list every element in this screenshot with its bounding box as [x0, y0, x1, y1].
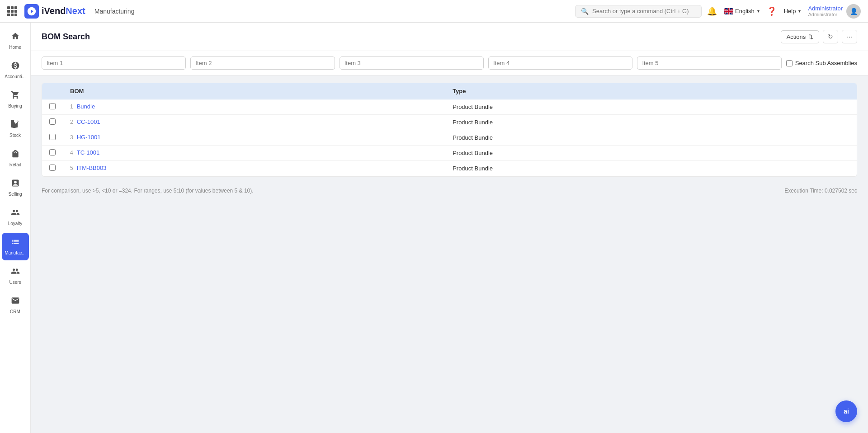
row-number: 4 — [70, 150, 73, 156]
type-value: Product Bundle — [445, 130, 857, 146]
sidebar-item-selling[interactable]: Selling — [2, 174, 29, 202]
users-icon — [11, 267, 20, 278]
sidebar-item-retail[interactable]: Retail — [2, 145, 29, 172]
more-icon: ··· — [847, 33, 852, 40]
row-number: 3 — [70, 134, 73, 141]
logo[interactable]: iVendNext — [24, 4, 85, 19]
selling-icon — [11, 179, 20, 190]
grid-menu-icon[interactable] — [7, 6, 17, 16]
type-value: Product Bundle — [445, 115, 857, 130]
sidebar-label-crm: CRM — [10, 309, 20, 315]
row-checkbox[interactable] — [49, 149, 56, 155]
sidebar-label-users: Users — [9, 280, 21, 285]
help-icon[interactable]: ❓ — [767, 6, 777, 16]
help-label: Help — [784, 8, 796, 14]
item2-input[interactable] — [190, 56, 335, 70]
bom-table-wrapper: BOM Type 1 Bundle Product Bundle 2 CC-10… — [42, 83, 857, 177]
table-row: 1 Bundle Product Bundle — [42, 99, 857, 115]
admin-name: Administrator — [808, 5, 843, 12]
actions-button[interactable]: Actions ⇅ — [781, 30, 820, 43]
sidebar-item-stock[interactable]: Stock — [2, 115, 29, 143]
bom-value[interactable]: Bundle — [77, 103, 95, 110]
main-content: BOM Search Actions ⇅ ↻ ··· — [31, 23, 868, 433]
search-input[interactable] — [592, 8, 696, 14]
sidebar-label-home: Home — [9, 45, 21, 50]
item5-input[interactable] — [637, 56, 781, 70]
more-options-button[interactable]: ··· — [842, 30, 857, 43]
table-row: 3 HG-1001 Product Bundle — [42, 130, 857, 146]
sidebar-item-accounting[interactable]: Accounti... — [2, 56, 29, 84]
row-num: 5 ITM-BB003 — [63, 161, 445, 175]
sidebar-item-users[interactable]: Users — [2, 262, 29, 290]
crm-icon — [11, 296, 20, 307]
language-button[interactable]: English ▾ — [724, 8, 760, 14]
filter-section: Search Sub Assemblies — [31, 51, 868, 75]
sidebar-item-home[interactable]: Home — [2, 27, 29, 55]
ai-fab-label: ai — [844, 408, 849, 415]
row-number: 1 — [70, 104, 73, 110]
stock-icon — [11, 120, 20, 131]
nav-actions: 🔔 English ▾ ❓ Help ▾ Administrator Admin… — [707, 4, 861, 19]
sidebar-label-stock: Stock — [9, 133, 21, 138]
header-actions: Actions ⇅ ↻ ··· — [781, 30, 857, 43]
bom-table: BOM Type 1 Bundle Product Bundle 2 CC-10… — [42, 83, 857, 176]
language-label: English — [735, 8, 755, 14]
loyalty-icon — [11, 208, 20, 219]
sidebar: Home Accounti... Buying Stock — [0, 23, 31, 433]
sidebar-item-crm[interactable]: CRM — [2, 292, 29, 319]
ai-fab-button[interactable]: ai — [835, 400, 857, 422]
bom-value[interactable]: HG-1001 — [77, 134, 101, 141]
buying-icon — [11, 90, 20, 102]
bom-value[interactable]: CC-1001 — [77, 118, 100, 125]
sidebar-item-manufacturing[interactable]: Manufac... — [2, 233, 29, 260]
manufacturing-icon — [11, 237, 20, 249]
table-row: 4 TC-1001 Product Bundle — [42, 146, 857, 161]
admin-role: Administrator — [808, 12, 843, 17]
flag-icon — [724, 8, 733, 14]
sidebar-label-retail: Retail — [9, 162, 21, 168]
bom-column-header: BOM — [63, 83, 445, 99]
row-checkbox[interactable] — [49, 118, 56, 125]
sidebar-item-loyalty[interactable]: Loyalty — [2, 203, 29, 231]
table-header-row: BOM Type — [42, 83, 857, 99]
item4-input[interactable] — [488, 56, 632, 70]
sidebar-label-buying: Buying — [8, 104, 22, 109]
row-checkbox[interactable] — [49, 134, 56, 140]
item3-input[interactable] — [340, 56, 484, 70]
row-num: 4 TC-1001 — [63, 146, 445, 160]
retail-icon — [11, 149, 20, 160]
actions-label: Actions — [787, 33, 806, 40]
page-header: BOM Search Actions ⇅ ↻ ··· — [31, 23, 868, 51]
search-sub-assemblies-label[interactable]: Search Sub Assemblies — [786, 60, 857, 66]
table-footer: For comparison, use >5, <10 or =324. For… — [31, 184, 868, 198]
help-button[interactable]: Help ▾ — [784, 8, 801, 14]
bom-value[interactable]: ITM-BB003 — [77, 165, 107, 171]
row-checkbox[interactable] — [49, 165, 56, 171]
bom-value[interactable]: TC-1001 — [77, 149, 100, 156]
row-num: 1 Bundle — [63, 99, 445, 113]
select-all-header — [42, 83, 63, 99]
table-row: 2 CC-1001 Product Bundle — [42, 115, 857, 130]
module-title: Manufacturing — [94, 8, 135, 15]
language-chevron: ▾ — [757, 9, 760, 14]
row-number: 5 — [70, 165, 73, 171]
notifications-icon[interactable]: 🔔 — [707, 6, 717, 16]
global-search[interactable]: 🔍 — [575, 5, 702, 18]
item1-input[interactable] — [42, 56, 186, 70]
sidebar-label-manufacturing: Manufac... — [5, 250, 26, 256]
page-title: BOM Search — [42, 32, 90, 42]
search-sub-assemblies-checkbox[interactable] — [786, 60, 793, 66]
home-icon — [11, 32, 20, 43]
search-icon: 🔍 — [581, 8, 589, 15]
top-nav: iVendNext Manufacturing 🔍 🔔 English ▾ ❓ … — [0, 0, 868, 23]
table-body: 1 Bundle Product Bundle 2 CC-1001 Produc… — [42, 99, 857, 176]
row-number: 2 — [70, 119, 73, 125]
avatar[interactable]: 👤 — [846, 4, 861, 19]
row-checkbox[interactable] — [49, 103, 56, 109]
sidebar-item-buying[interactable]: Buying — [2, 86, 29, 113]
type-value: Product Bundle — [445, 146, 857, 161]
admin-section[interactable]: Administrator Administrator 👤 — [808, 4, 861, 19]
search-sub-assemblies-text: Search Sub Assemblies — [795, 60, 857, 66]
row-num: 2 CC-1001 — [63, 115, 445, 129]
refresh-button[interactable]: ↻ — [823, 30, 838, 43]
